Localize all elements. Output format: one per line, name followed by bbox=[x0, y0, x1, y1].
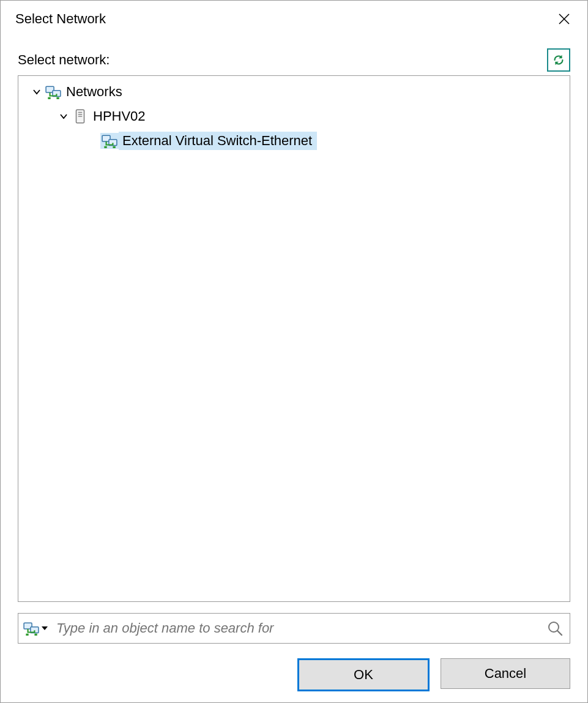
server-icon bbox=[71, 108, 89, 124]
networks-icon bbox=[44, 84, 62, 100]
svg-line-14 bbox=[557, 631, 562, 635]
tree-node-vswitch[interactable]: External Virtual Switch-Ethernet bbox=[18, 129, 570, 153]
close-button[interactable] bbox=[547, 6, 581, 32]
search-box bbox=[18, 613, 570, 644]
tree-node-label: HPHV02 bbox=[89, 107, 151, 126]
chevron-down-icon bbox=[32, 88, 41, 96]
expand-toggle[interactable] bbox=[29, 88, 44, 96]
label-row: Select network: bbox=[18, 48, 570, 72]
refresh-icon bbox=[552, 53, 565, 67]
close-icon bbox=[558, 13, 570, 25]
search-input[interactable] bbox=[51, 620, 544, 636]
chevron-down-icon bbox=[59, 112, 68, 121]
dialog-footer: OK Cancel bbox=[18, 658, 570, 691]
network-switch-icon bbox=[23, 620, 39, 636]
network-tree[interactable]: Networks HPHV02 External Virtual Switch-… bbox=[18, 75, 570, 602]
search-icon bbox=[547, 620, 563, 636]
svg-marker-12 bbox=[42, 626, 48, 630]
tree-node-label: External Virtual Switch-Ethernet bbox=[119, 132, 317, 150]
refresh-button[interactable] bbox=[547, 48, 570, 72]
cancel-button[interactable]: Cancel bbox=[441, 658, 570, 689]
tree-node-label: Networks bbox=[62, 83, 127, 101]
button-label: OK bbox=[354, 667, 373, 683]
expand-toggle[interactable] bbox=[56, 112, 71, 121]
window-title: Select Network bbox=[15, 11, 547, 27]
titlebar: Select Network bbox=[1, 1, 587, 37]
tree-node-host[interactable]: HPHV02 bbox=[18, 104, 570, 129]
select-network-dialog: Select Network Select network: bbox=[0, 0, 588, 703]
button-label: Cancel bbox=[485, 666, 526, 682]
select-network-label: Select network: bbox=[18, 52, 547, 68]
ok-button[interactable]: OK bbox=[297, 658, 430, 691]
dropdown-caret-icon bbox=[42, 625, 48, 631]
network-switch-icon bbox=[100, 133, 119, 149]
search-type-selector[interactable] bbox=[23, 620, 51, 636]
tree-node-networks[interactable]: Networks bbox=[18, 80, 570, 104]
search-button[interactable] bbox=[544, 617, 566, 639]
dialog-body: Select network: bbox=[1, 37, 587, 702]
